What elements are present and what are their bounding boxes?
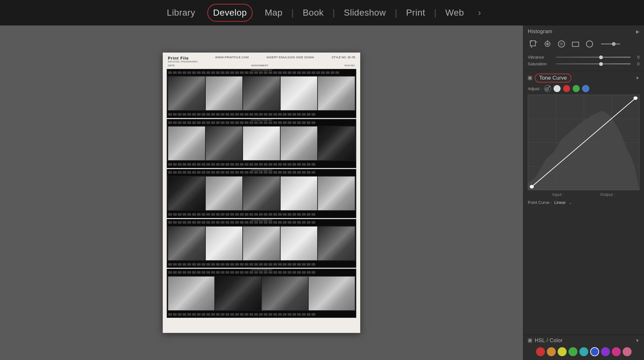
film-frame [281,227,318,260]
saturation-track[interactable] [556,63,631,64]
histogram-collapse-icon[interactable]: ▶ [636,29,640,34]
adjust-target-icon[interactable] [544,85,551,92]
perf-hole [264,121,268,124]
hsl-dot-pink[interactable] [623,347,632,356]
website-text: WWW.PRINTFILE.COM [215,56,249,59]
perf-hole [211,313,215,316]
perf-hole [273,113,277,116]
vibrance-value: 0 [633,55,640,60]
tone-curve-toggle[interactable] [528,76,532,80]
perf-hole [268,163,272,166]
perf-hole [307,213,311,216]
nav-item-map[interactable]: Map [256,0,291,25]
perf-hole [268,71,272,74]
adjust-blue-circle[interactable] [582,85,589,92]
rect-tool-button[interactable] [570,38,581,50]
strip-label-4: ULTRA FINE EXTREME 400U [251,219,272,221]
nav-item-slideshow[interactable]: Slideshow [335,0,395,25]
tone-curve-graph[interactable] [528,95,640,190]
film-frame [206,176,243,210]
circle-tool-button[interactable] [584,38,595,50]
perf-hole [307,113,311,116]
tone-curve-collapse-icon[interactable]: ▼ [635,76,640,81]
nav-item-book[interactable]: Book [294,0,333,25]
hsl-dot-yellow[interactable] [558,347,567,356]
vibrance-thumb[interactable] [599,55,603,59]
nav-item-print[interactable]: Print [397,0,434,25]
perf-hole [268,263,272,266]
perf-hole [292,113,296,116]
perf-hole [297,113,301,116]
nav-item-develop[interactable]: Develop [204,0,256,25]
hsl-dot-orange[interactable] [547,347,556,356]
hsl-dot-purple[interactable] [601,347,610,356]
hsl-dot-teal[interactable] [579,347,588,356]
perf-hole [216,121,220,124]
perf-hole [311,121,315,124]
nav-item-library[interactable]: Library [158,0,204,25]
photo-container: Print File ARCHIVAL PRESERVERS WWW.PRINT… [163,53,360,333]
center-content: Print File ARCHIVAL PRESERVERS WWW.PRINT… [0,25,523,360]
vibrance-track[interactable] [556,57,631,58]
heal-tool-button[interactable] [542,38,553,50]
perf-hole [283,213,287,216]
perf-hole [202,213,205,216]
perf-hole [292,163,296,166]
right-panel: Histogram ▶ [523,25,644,360]
perf-hole [311,171,315,174]
perf-hole [216,263,220,266]
perf-hole [311,113,315,116]
hsl-dot-magenta[interactable] [612,347,621,356]
hsl-dot-green[interactable] [569,347,577,356]
svg-marker-18 [528,111,639,190]
point-curve-dropdown-icon[interactable]: ⌄ [569,200,572,205]
saturation-thumb[interactable] [599,62,603,66]
perf-hole [192,263,196,266]
perf-hole [216,221,220,224]
insert-text: INSERT EMULSION SIDE DOWN [267,56,314,59]
hsl-title: HSL / Color [535,338,563,343]
svg-point-13 [612,42,616,46]
perf-hole [182,171,186,174]
perf-hole [249,71,253,74]
hsl-collapse-icon[interactable]: ▼ [635,338,640,343]
perf-hole [187,163,191,166]
perf-hole [178,271,182,274]
film-strips-container: ULTRA FINE EXTREME 400U [167,69,356,328]
slider-tool-button[interactable] [598,38,623,50]
perf-hole [206,271,210,274]
hsl-dot-blue[interactable] [590,347,599,356]
perf-hole [254,113,258,116]
film-frame [318,126,355,160]
perf-hole [235,221,239,224]
nav-item-web[interactable]: Web [436,0,473,25]
perf-hole [173,71,177,74]
perf-hole [283,313,287,316]
perf-hole [178,113,182,116]
adjust-red-circle[interactable] [563,85,570,92]
perf-hole [273,171,277,174]
adjust-white-circle[interactable] [554,85,561,92]
perf-hole [211,271,215,274]
adjust-green-circle[interactable] [573,85,580,92]
perf-hole [297,271,301,274]
perf-hole [245,221,248,224]
hsl-color-circles [528,346,640,357]
point-curve-row: Point Curve : Linear ⌄ [528,199,640,207]
radial-tool-button[interactable] [556,38,567,50]
film-frame [215,277,261,310]
hsl-dot-red[interactable] [536,347,545,356]
perf-hole [211,221,215,224]
perf-hole [288,313,291,316]
film-strip-4: ULTRA FINE EXTREME 400U [167,219,356,268]
hsl-toggle[interactable] [528,338,532,343]
film-frame [243,76,280,110]
perf-hole [240,221,244,224]
perf-hole [259,221,263,224]
film-strip-row-2: ULTRA FINE EXTREME 400U [167,119,356,168]
film-frame [206,227,243,260]
crop-tool-button[interactable] [528,38,539,50]
perf-hole [178,221,182,224]
nav-more-icon[interactable]: › [473,0,486,25]
perf-hole [288,213,291,216]
